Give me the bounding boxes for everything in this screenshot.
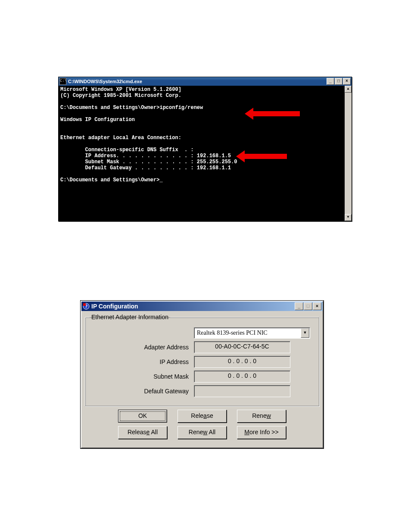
dropdown-arrow-icon[interactable]: ▼ — [301, 328, 309, 338]
cmd-line: C:\Documents and Settings\Owner>_ — [60, 177, 163, 183]
default-gateway-label: Default Gateway — [90, 388, 194, 395]
cmd-line: Windows IP Configuration — [60, 117, 135, 123]
subnet-mask-label: Subnet Mask — [90, 373, 194, 380]
cmd-line: Ethernet adapter Local Area Connection: — [60, 135, 181, 141]
minimize-button[interactable]: _ — [327, 78, 334, 85]
close-button[interactable]: × — [313, 302, 321, 310]
ip-address-value: 0 . 0 . 0 . 0 — [194, 356, 290, 368]
scroll-track[interactable] — [345, 93, 352, 214]
cmd-terminal[interactable]: Microsoft Windows XP [Version 5.1.2600] … — [59, 86, 345, 221]
close-button[interactable]: × — [343, 78, 351, 85]
ipcfg-window: ? IP Configuration _ □ × Ethernet Adapte… — [81, 301, 324, 448]
cmd-window: C:\ C:\WINDOWS\System32\cmd.exe _ □ × Mi… — [58, 77, 352, 221]
ipcfg-title-text: IP Configuration — [91, 303, 294, 310]
adapter-select[interactable]: Realtek 8139-series PCI NIC ▼ — [194, 327, 310, 339]
ipcfg-app-icon: ? — [83, 303, 90, 310]
cmd-title-text: C:\WINDOWS\System32\cmd.exe — [68, 79, 326, 84]
scrollbar[interactable]: ▲ ▼ — [345, 86, 352, 221]
adapter-selected-text: Realtek 8139-series PCI NIC — [194, 330, 300, 336]
scroll-up-button[interactable]: ▲ — [345, 86, 352, 93]
cmd-line: IP Address. . . . . . . . . . . . : 192.… — [60, 153, 231, 159]
cmd-line: Default Gateway . . . . . . . . . : 192.… — [60, 165, 231, 171]
ok-button[interactable]: OK — [118, 410, 167, 423]
cmd-line: Microsoft Windows XP [Version 5.1.2600] — [60, 87, 181, 93]
release-all-button[interactable]: Release All — [118, 426, 167, 439]
annotation-arrow-icon — [252, 111, 300, 116]
default-gateway-value — [194, 385, 290, 397]
adapter-address-label: Adapter Address — [90, 344, 194, 351]
cmd-line: (C) Copyright 1985-2001 Microsoft Corp. — [60, 93, 181, 99]
scroll-down-button[interactable]: ▼ — [345, 214, 352, 221]
maximize-button[interactable]: □ — [335, 78, 342, 85]
cmd-line: Connection-specific DNS Suffix . : — [60, 147, 194, 153]
renew-all-button[interactable]: Renew All — [177, 426, 227, 439]
ip-address-label: IP Address — [90, 358, 194, 365]
svg-rect-2 — [83, 303, 86, 306]
adapter-address-value: 00-A0-0C-C7-64-5C — [194, 341, 290, 353]
adapter-group-label: Ethernet Adapter Information — [90, 314, 170, 320]
ipcfg-titlebar[interactable]: ? IP Configuration _ □ × — [81, 302, 323, 311]
subnet-mask-value: 0 . 0 . 0 . 0 — [194, 370, 290, 383]
renew-button[interactable]: Renew — [237, 410, 286, 423]
minimize-button[interactable]: _ — [295, 302, 303, 310]
cmd-line: C:\Documents and Settings\Owner>ipconfig… — [60, 105, 203, 111]
adapter-info-group: Ethernet Adapter Information Realtek 813… — [85, 314, 319, 406]
cmd-prompt-icon: C:\ — [59, 78, 66, 85]
cmd-line: Subnet Mask . . . . . . . . . . . : 255.… — [60, 159, 237, 165]
maximize-button: □ — [304, 302, 312, 310]
release-button[interactable]: Release — [177, 410, 227, 423]
cmd-titlebar[interactable]: C:\ C:\WINDOWS\System32\cmd.exe _ □ × — [59, 77, 352, 86]
annotation-arrow-icon — [244, 154, 287, 159]
more-info-button[interactable]: More Info >> — [237, 426, 286, 439]
